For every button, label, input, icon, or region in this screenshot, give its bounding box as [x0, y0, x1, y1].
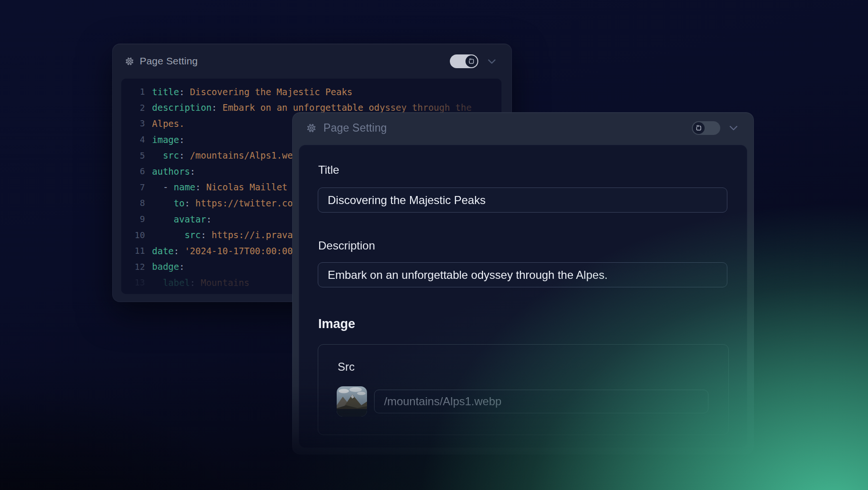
toggle-knob — [693, 122, 705, 134]
panel-header: Page Setting — [293, 113, 753, 143]
line-number: 1 — [121, 87, 145, 97]
line-number: 7 — [121, 182, 145, 192]
panel-title: Page Setting — [323, 122, 387, 134]
line-number: 12 — [121, 262, 145, 272]
code-text: label: Mountains — [152, 277, 250, 288]
code-square-icon — [468, 58, 475, 65]
page-setting-panel-form-view: Page Setting Title Description — [292, 112, 754, 454]
line-number: 2 — [121, 103, 145, 113]
code-view-toggle[interactable] — [692, 121, 720, 135]
panel-title: Page Setting — [140, 55, 198, 67]
code-text: date: '2024-10-17T00:00:00 — [152, 246, 293, 256]
code-text: src: /mountains/Alps1.webp — [152, 150, 304, 160]
code-text: to: https://twitter.com/ — [152, 198, 304, 208]
code-line: 1title: Discovering the Majestic Peaks — [121, 84, 501, 100]
src-input[interactable] — [374, 390, 708, 413]
code-text: title: Discovering the Majestic Peaks — [152, 87, 352, 97]
line-number: 10 — [121, 230, 145, 240]
image-section-title: Image — [318, 317, 355, 331]
chevron-down-icon[interactable] — [486, 56, 497, 67]
line-number: 4 — [121, 134, 145, 144]
line-number: 11 — [121, 246, 145, 256]
code-text: description: Embark on an unforgettable … — [152, 102, 472, 113]
code-text: badge: — [152, 261, 185, 272]
description-input[interactable] — [318, 262, 727, 287]
line-number: 6 — [121, 166, 145, 176]
page-setting-form: Title Description Image Src — [299, 145, 747, 448]
mountain-photo — [337, 386, 367, 417]
gear-icon — [306, 123, 317, 134]
code-view-toggle[interactable] — [450, 54, 478, 68]
gear-icon — [125, 56, 134, 66]
line-number: 5 — [121, 151, 145, 160]
chevron-down-icon[interactable] — [728, 122, 739, 134]
description-label: Description — [318, 239, 375, 252]
code-square-icon — [695, 125, 702, 132]
src-label: Src — [338, 360, 355, 374]
code-text: image: — [152, 134, 185, 145]
image-thumbnail[interactable] — [337, 386, 367, 417]
title-input[interactable] — [318, 187, 727, 213]
code-text: avatar: — [152, 214, 212, 224]
line-number: 9 — [121, 214, 145, 224]
toggle-knob — [465, 55, 477, 67]
code-text: authors: — [152, 166, 196, 177]
code-text: Alpes. — [152, 118, 185, 129]
panel-header: Page Setting — [113, 44, 511, 78]
code-text: - name: Nicolas Maillet — [152, 182, 287, 192]
title-label: Title — [318, 163, 339, 177]
line-number: 3 — [121, 118, 145, 128]
line-number: 13 — [121, 277, 145, 287]
line-number: 8 — [121, 198, 145, 208]
image-src-fieldset: Src — [318, 344, 729, 435]
